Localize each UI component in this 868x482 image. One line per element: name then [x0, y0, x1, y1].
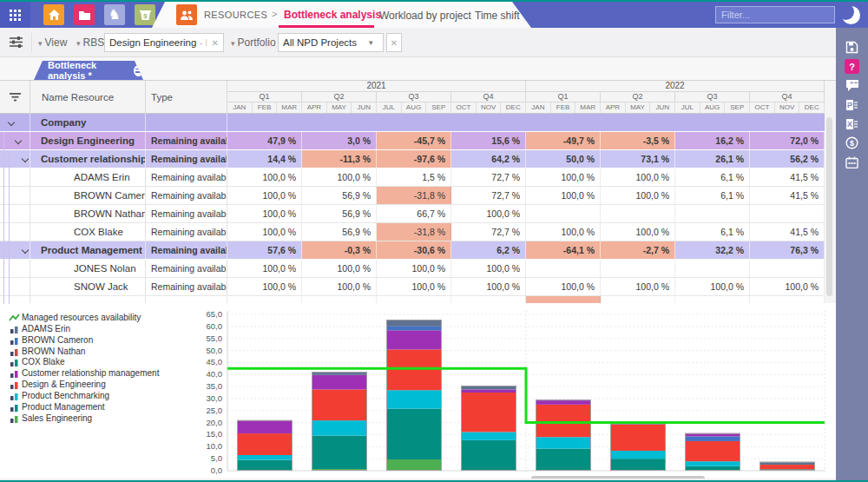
- availability-cell[interactable]: 72,7 %: [451, 187, 526, 204]
- availability-cell[interactable]: 100,0 %: [227, 223, 302, 241]
- availability-cell[interactable]: 100,0 %: [526, 168, 601, 186]
- expand-chevron-icon[interactable]: [8, 119, 15, 126]
- portfolio-dropdown[interactable]: ▾Portfolio: [231, 36, 276, 49]
- availability-cell[interactable]: [227, 114, 825, 131]
- availability-cell[interactable]: 41,5 %: [750, 223, 825, 241]
- availability-cell[interactable]: 100,0 %: [675, 278, 750, 295]
- rbs-value-combo[interactable]: Design Engineering - Design_... ✕: [104, 33, 224, 52]
- availability-cell[interactable]: -49,7 %: [526, 132, 601, 149]
- resource-name-cell[interactable]: ADAMS Erin: [30, 168, 146, 186]
- resource-name-cell[interactable]: COX Blake: [30, 223, 146, 241]
- save-icon[interactable]: [845, 40, 859, 55]
- table-row[interactable]: Company: [0, 114, 825, 132]
- availability-cell[interactable]: 14,4 %: [227, 150, 302, 168]
- projects-folder-icon[interactable]: [74, 4, 95, 25]
- availability-cell[interactable]: 73,1 %: [601, 150, 675, 168]
- table-row[interactable]: ADAMS ErinRemaining availability100,0 %1…: [0, 168, 825, 187]
- availability-cell[interactable]: 66,7 %: [377, 205, 451, 222]
- legend-item[interactable]: Managed resources availability: [9, 311, 159, 322]
- availability-cell[interactable]: 15,6 %: [451, 132, 526, 149]
- expand-chevron-icon[interactable]: [15, 137, 22, 144]
- type-cell[interactable]: Remaining availability: [146, 223, 227, 241]
- availability-cell[interactable]: -97,6 %: [377, 150, 451, 168]
- availability-cell[interactable]: 16,2 %: [675, 132, 750, 149]
- availability-cell[interactable]: -45,7 %: [377, 132, 451, 149]
- availability-cell[interactable]: -31,8 %: [377, 223, 451, 241]
- availability-cell[interactable]: 6,1 %: [675, 168, 750, 186]
- column-header-name[interactable]: Name Resource: [30, 81, 146, 114]
- calendar-icon[interactable]: [845, 155, 859, 169]
- availability-cell[interactable]: 100,0 %: [227, 260, 302, 277]
- resource-name-cell[interactable]: SNOW Jack: [30, 278, 146, 295]
- column-header-type[interactable]: Type: [146, 81, 227, 114]
- export-excel-icon[interactable]: ✓ X: [845, 116, 859, 131]
- expand-chevron-icon[interactable]: [22, 247, 29, 254]
- resource-name-cell[interactable]: Product Management: [30, 241, 146, 259]
- legend-item[interactable]: Customer relationship management: [9, 366, 159, 378]
- availability-cell[interactable]: 100,0 %: [227, 278, 302, 295]
- availability-cell[interactable]: 76,3 %: [750, 241, 825, 259]
- strategy-knight-icon[interactable]: ♞: [104, 4, 125, 25]
- availability-cell[interactable]: 100,0 %: [227, 205, 302, 222]
- availability-cell[interactable]: 100,0 %: [601, 187, 675, 204]
- availability-cell[interactable]: 100,0 %: [451, 278, 526, 295]
- availability-cell[interactable]: 100,0 %: [750, 278, 825, 295]
- availability-cell[interactable]: 41,5 %: [750, 168, 825, 186]
- availability-cell[interactable]: 100,0 %: [302, 260, 377, 277]
- availability-cell[interactable]: 6,2 %: [451, 241, 526, 259]
- type-cell[interactable]: Remaining availability: [146, 241, 227, 259]
- breadcrumb-current[interactable]: Bottleneck analysis: [284, 9, 381, 21]
- resource-name-cell[interactable]: BROWN Nathan: [30, 205, 146, 222]
- availability-cell[interactable]: 100,0 %: [601, 278, 675, 295]
- tab-workload-by-project[interactable]: Workload by project: [379, 10, 471, 22]
- home-icon[interactable]: [43, 4, 64, 25]
- availability-cell[interactable]: 100,0 %: [227, 168, 302, 186]
- legend-item[interactable]: Design & Engineering: [9, 378, 159, 389]
- availability-cell[interactable]: 26,1 %: [675, 150, 750, 168]
- legend-item[interactable]: BROWN Nathan: [9, 345, 159, 356]
- table-row[interactable]: BROWN CameronRemaining availability100,0…: [0, 187, 825, 205]
- table-row[interactable]: COX BlakeRemaining availability100,0 %56…: [0, 223, 825, 241]
- availability-cell[interactable]: [675, 205, 750, 222]
- legend-item[interactable]: COX Blake: [9, 356, 159, 367]
- breadcrumb-section[interactable]: RESOURCES: [204, 10, 267, 20]
- type-cell[interactable]: Remaining availability: [146, 187, 227, 204]
- vertical-scrollbar[interactable]: [826, 117, 832, 296]
- rbs-clear-icon[interactable]: ✕: [212, 38, 219, 48]
- resource-name-cell[interactable]: JONES Nolan: [30, 260, 146, 277]
- availability-cell[interactable]: [526, 260, 601, 277]
- availability-cell[interactable]: 50,0 %: [526, 150, 601, 168]
- view-tab-bottleneck-analysis[interactable]: Bottleneck analysis *: [34, 61, 143, 80]
- availability-cell[interactable]: [601, 205, 675, 222]
- type-cell[interactable]: Remaining availability: [146, 205, 227, 222]
- export-powerpoint-icon[interactable]: ✓ P: [845, 97, 859, 112]
- add-tab-button[interactable]: +: [534, 8, 547, 21]
- display-options-icon[interactable]: [9, 36, 23, 52]
- availability-cell[interactable]: -3,5 %: [601, 132, 675, 149]
- availability-cell[interactable]: 100,0 %: [601, 168, 675, 186]
- availability-cell[interactable]: 64,2 %: [451, 150, 526, 168]
- type-cell[interactable]: Remaining availability: [146, 132, 227, 149]
- availability-cell[interactable]: 100,0 %: [302, 278, 377, 295]
- availability-cell[interactable]: 56,9 %: [302, 205, 377, 222]
- availability-cell[interactable]: 72,7 %: [451, 223, 526, 241]
- availability-cell[interactable]: 6,1 %: [675, 223, 750, 241]
- legend-item[interactable]: Sales Engineering: [9, 412, 159, 423]
- expand-chevron-icon[interactable]: [22, 155, 29, 162]
- comments-icon[interactable]: ““: [845, 78, 859, 93]
- portfolio-clear-button[interactable]: ✕: [386, 33, 402, 52]
- availability-cell[interactable]: [750, 205, 825, 222]
- resource-name-cell[interactable]: Customer relationship manag...: [30, 150, 146, 168]
- type-cell[interactable]: Remaining availability: [146, 168, 227, 186]
- table-row[interactable]: JONES NolanRemaining availability100,0 %…: [0, 260, 825, 278]
- availability-cell[interactable]: [675, 260, 750, 277]
- availability-cell[interactable]: 100,0 %: [451, 205, 526, 222]
- apps-grid-icon[interactable]: [0, 2, 30, 28]
- availability-cell[interactable]: 72,7 %: [451, 168, 526, 186]
- availability-cell[interactable]: 100,0 %: [377, 260, 451, 277]
- legend-item[interactable]: Product Benchmarking: [9, 389, 159, 400]
- availability-cell[interactable]: [526, 205, 601, 222]
- availability-cell[interactable]: 1,5 %: [377, 168, 451, 186]
- availability-cell[interactable]: -0,3 %: [302, 241, 377, 259]
- availability-cell[interactable]: 100,0 %: [377, 278, 451, 295]
